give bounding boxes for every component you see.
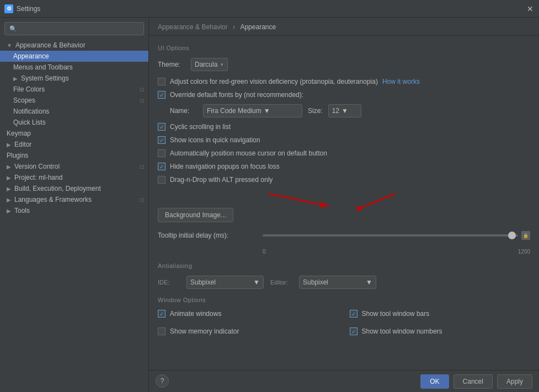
theme-label: Theme:	[158, 61, 185, 68]
override-fonts-checkbox[interactable]	[158, 91, 166, 99]
ui-options-title: UI Options	[158, 45, 530, 51]
tooltip-slider[interactable]	[263, 234, 518, 237]
drag-drop-checkbox[interactable]	[158, 176, 166, 184]
svg-line-3	[365, 194, 395, 206]
sidebar-item-system-settings[interactable]: ▶ System Settings	[0, 73, 148, 84]
slider-thumb[interactable]	[508, 232, 516, 239]
expand-arrow: ▶	[13, 76, 18, 82]
sidebar-item-version-control[interactable]: ▶ Version Control ⊡	[0, 161, 148, 172]
show-tool-numbers-checkbox[interactable]	[350, 327, 357, 335]
expand-arrow: ▶	[7, 186, 11, 192]
theme-row: Theme: Darcula ▼	[158, 58, 530, 71]
hide-nav-label: Hide navigation popups on focus loss	[170, 163, 280, 170]
help-button[interactable]: ?	[156, 374, 169, 388]
window-title: Settings	[17, 5, 40, 13]
animate-windows-label: Animate windows	[170, 310, 221, 318]
show-memory-label: Show memory indicator	[170, 327, 239, 335]
sidebar-item-file-colors[interactable]: File Colors ⊡	[0, 84, 148, 95]
sidebar-item-menus-toolbars[interactable]: Menus and Toolbars	[0, 62, 148, 73]
sidebar-item-appearance[interactable]: Appearance	[0, 51, 148, 62]
search-box[interactable]: 🔍	[4, 22, 144, 35]
font-row: Name: Fira Code Medium ▼ Size: 12 ▼	[170, 104, 530, 117]
sidebar-item-label: Quick Lists	[13, 119, 46, 126]
close-button[interactable]: ✕	[526, 4, 535, 13]
sidebar-item-scopes[interactable]: Scopes ⊡	[0, 95, 148, 106]
show-icons-checkbox[interactable]	[158, 136, 166, 144]
sidebar-item-label: Appearance	[13, 52, 49, 60]
adjust-colors-row: Adjust colors for red-green vision defic…	[158, 78, 530, 85]
breadcrumb-separator: ›	[233, 23, 237, 31]
size-value: 12	[332, 107, 339, 115]
sidebar-item-languages[interactable]: ▶ Languages & Frameworks ⊡	[0, 194, 148, 205]
expand-arrow: ▶	[7, 208, 11, 214]
adjust-colors-checkbox[interactable]	[158, 78, 166, 85]
slider-values: 0 1200	[263, 249, 530, 255]
sidebar-item-editor[interactable]: ▶ Editor	[0, 139, 148, 150]
cancel-button[interactable]: Cancel	[453, 374, 493, 389]
how-it-works-link[interactable]: How it works	[382, 78, 420, 85]
sidebar-item-label: Tools	[14, 207, 30, 214]
ide-antialiasing-select[interactable]: Subpixel ▼	[186, 276, 264, 289]
expand-arrow: ▶	[7, 197, 11, 203]
search-input[interactable]	[19, 25, 139, 33]
sidebar-item-label: Languages & Frameworks	[14, 196, 92, 203]
window-options-grid: Animate windows Show tool window bars Sh…	[158, 310, 530, 341]
slider-icon: 🔒	[521, 231, 530, 240]
sidebar-item-label: Project: ml-hand	[14, 174, 62, 181]
hide-nav-row: Hide navigation popups on focus loss	[158, 163, 530, 170]
theme-value: Darcula	[195, 61, 217, 68]
editor-antialiasing-select[interactable]: Subpixel ▼	[299, 276, 376, 289]
sidebar-item-label: System Settings	[21, 74, 69, 82]
svg-line-2	[268, 194, 329, 206]
sidebar-item-project[interactable]: ▶ Project: ml-hand	[0, 172, 148, 183]
background-image-button[interactable]: Background Image...	[158, 208, 233, 222]
dropdown-arrow: ▼	[366, 278, 372, 286]
breadcrumb: Appearance & Behavior › Appearance	[149, 18, 539, 36]
auto-position-row: Automatically position mouse cursor on d…	[158, 149, 530, 157]
show-tool-numbers-row: Show tool window numbers	[350, 327, 531, 335]
show-tool-bars-row: Show tool window bars	[350, 310, 531, 318]
ide-label: IDE:	[158, 279, 180, 286]
show-tool-bars-checkbox[interactable]	[350, 310, 357, 318]
settings-icon: ⊡	[140, 197, 144, 203]
editor-aa-value: Subpixel	[303, 278, 328, 286]
sidebar-item-appearance-behavior[interactable]: ▼ Appearance & Behavior	[0, 40, 148, 51]
sidebar-item-build-execution[interactable]: ▶ Build, Execution, Deployment	[0, 183, 148, 194]
ok-button[interactable]: OK	[420, 374, 449, 389]
show-tool-bars-label: Show tool window bars	[362, 310, 430, 318]
expand-arrow: ▼	[7, 42, 12, 49]
sidebar-item-label: Version Control	[14, 163, 60, 170]
show-memory-checkbox[interactable]	[158, 327, 166, 335]
show-memory-row: Show memory indicator	[158, 327, 339, 335]
font-name-select[interactable]: Fira Code Medium ▼	[203, 104, 302, 117]
dropdown-arrow: ▼	[220, 62, 224, 67]
sidebar-item-plugins[interactable]: Plugins	[0, 150, 148, 161]
theme-select[interactable]: Darcula ▼	[191, 58, 228, 71]
cyclic-scroll-label: Cyclic scrolling in list	[170, 123, 231, 131]
animate-windows-checkbox[interactable]	[158, 310, 166, 318]
auto-position-label: Automatically position mouse cursor on d…	[170, 149, 327, 157]
app-icon: ⚙	[4, 4, 13, 13]
auto-position-checkbox[interactable]	[158, 149, 166, 157]
slider-max: 1200	[518, 249, 530, 255]
font-size-select[interactable]: 12 ▼	[328, 104, 361, 117]
window-options-title: Window Options	[158, 297, 530, 303]
show-icons-label: Show icons in quick navigation	[170, 136, 260, 144]
hide-nav-checkbox[interactable]	[158, 163, 166, 170]
ide-aa-value: Subpixel	[190, 278, 216, 286]
sidebar-item-notifications[interactable]: Notifications	[0, 106, 148, 117]
slider-min: 0	[263, 249, 266, 255]
sidebar-item-tools[interactable]: ▶ Tools	[0, 205, 148, 216]
tooltip-delay-section: Tooltip initial delay (ms): 🔒 0 1200	[158, 231, 530, 255]
sidebar-item-keymap[interactable]: Keymap	[0, 128, 148, 139]
settings-icon: ⊡	[140, 98, 144, 104]
sidebar-item-label: Scopes	[13, 96, 35, 104]
settings-icon: ⊡	[140, 164, 144, 170]
expand-arrow: ▶	[7, 175, 11, 181]
cyclic-scroll-checkbox[interactable]	[158, 123, 166, 131]
expand-arrow: ▶	[7, 164, 11, 170]
sidebar-item-label: Notifications	[13, 108, 49, 115]
sidebar-item-quick-lists[interactable]: Quick Lists	[0, 117, 148, 128]
apply-button[interactable]: Apply	[497, 374, 532, 389]
name-label: Name:	[170, 107, 198, 115]
